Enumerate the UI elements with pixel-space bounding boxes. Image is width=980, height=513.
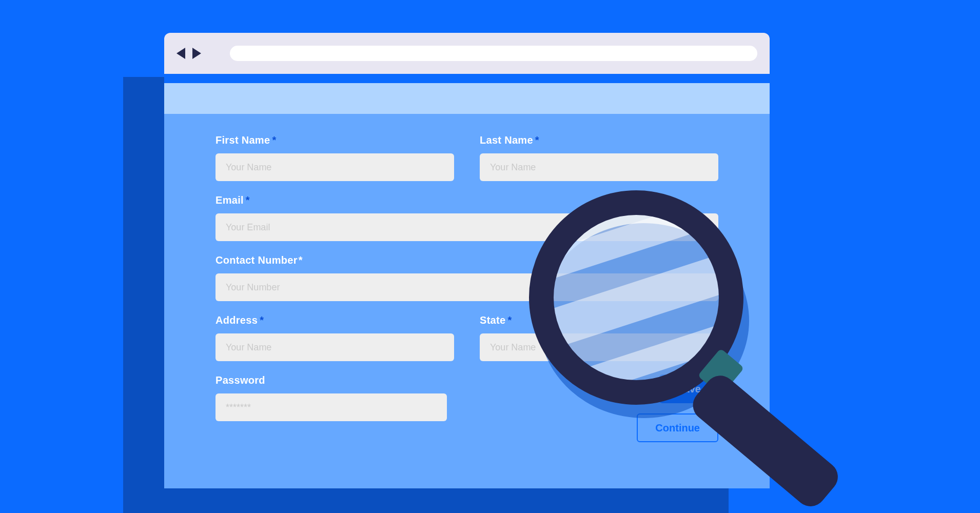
browser-window: First Name* Last Name* Email* bbox=[164, 33, 770, 488]
last-name-input[interactable] bbox=[480, 153, 718, 181]
browser-chrome bbox=[164, 33, 770, 74]
continue-button[interactable]: Continue bbox=[637, 413, 718, 442]
email-label: Email* bbox=[215, 194, 718, 206]
forward-icon[interactable] bbox=[192, 48, 201, 59]
last-name-label: Last Name* bbox=[480, 134, 718, 146]
state-label: State* bbox=[480, 314, 718, 326]
address-input[interactable] bbox=[215, 333, 454, 361]
header-band bbox=[164, 83, 770, 114]
first-name-input[interactable] bbox=[215, 153, 454, 181]
back-icon[interactable] bbox=[177, 48, 185, 59]
address-label: Address* bbox=[215, 314, 454, 326]
url-bar[interactable] bbox=[230, 46, 757, 61]
first-name-label: First Name* bbox=[215, 134, 454, 146]
save-button[interactable]: Save bbox=[659, 374, 718, 403]
state-input[interactable] bbox=[480, 333, 718, 361]
password-label: Password bbox=[215, 374, 447, 386]
top-strip bbox=[164, 74, 770, 83]
contact-input[interactable] bbox=[215, 273, 718, 301]
nav-arrows bbox=[177, 48, 201, 59]
contact-label: Contact Number* bbox=[215, 254, 718, 266]
password-input[interactable] bbox=[215, 393, 447, 421]
form-area: First Name* Last Name* Email* bbox=[164, 114, 770, 488]
email-input[interactable] bbox=[215, 213, 718, 241]
